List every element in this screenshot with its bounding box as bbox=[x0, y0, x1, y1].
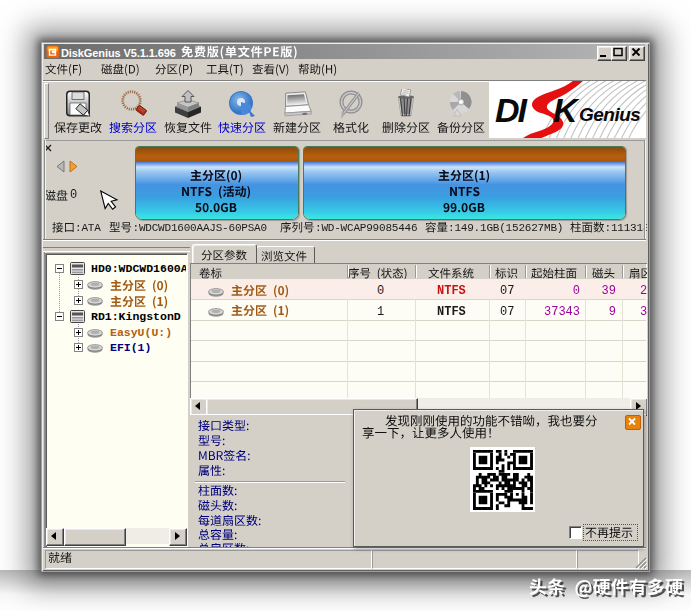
svg-text:K: K bbox=[553, 91, 580, 129]
svg-text:DI: DI bbox=[495, 91, 529, 129]
svg-text:Genius: Genius bbox=[579, 104, 640, 125]
